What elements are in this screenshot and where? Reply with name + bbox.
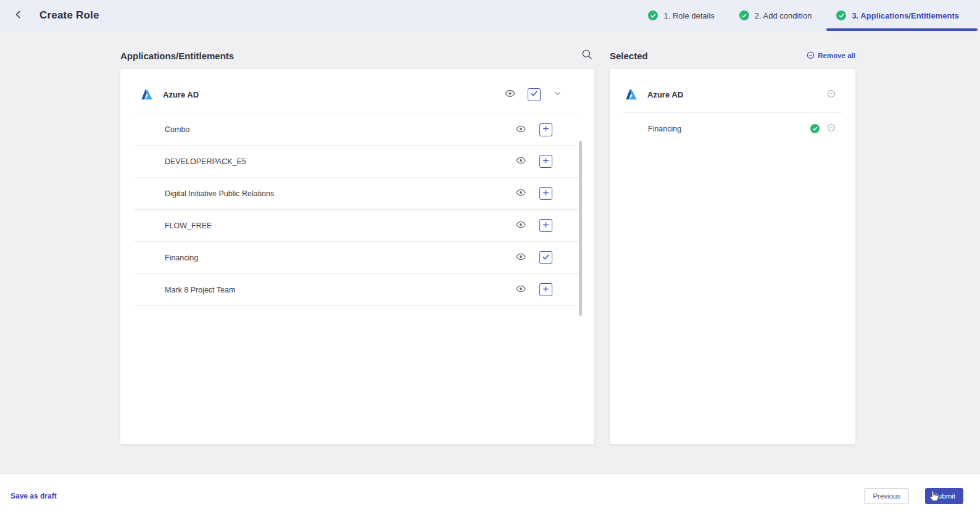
step-label: 1. Role details <box>663 11 714 20</box>
add-entitlement-button[interactable] <box>539 123 552 136</box>
applications-panel-title: Applications/Entitlements <box>120 51 234 61</box>
view-entitlement-button[interactable] <box>515 283 527 297</box>
plus-icon <box>542 221 550 231</box>
step-label: 2. Add condition <box>755 11 812 20</box>
entitlement-selected-checkbox[interactable] <box>539 251 552 264</box>
view-entitlement-button[interactable] <box>515 218 527 233</box>
app-group-name: Azure AD <box>163 90 199 99</box>
save-as-draft-link[interactable]: Save as draft <box>10 492 57 500</box>
remove-all-button[interactable]: Remove all <box>807 51 855 60</box>
view-entitlements-button[interactable] <box>504 87 517 102</box>
step-applications-entitlements[interactable]: 3. Applications/Entitlements <box>824 0 971 31</box>
selected-card: Azure AD Financing <box>610 69 855 444</box>
search-button[interactable] <box>580 48 594 64</box>
plus-icon <box>542 189 550 199</box>
add-entitlement-button[interactable] <box>539 283 552 296</box>
step-complete-icon <box>739 10 749 20</box>
applications-panel: Applications/Entitlements Azure AD <box>120 47 594 474</box>
eye-icon <box>516 124 526 136</box>
select-all-checkbox[interactable] <box>528 88 541 101</box>
entitlement-label: DEVELOPERPACK_E5 <box>165 157 246 166</box>
entitlement-row: Digital Initiative Public Relations <box>134 178 581 210</box>
search-icon <box>581 49 593 62</box>
entitlement-label: FLOW_FREE <box>165 222 212 230</box>
azure-ad-logo-icon <box>140 88 154 101</box>
active-step-indicator <box>826 28 978 31</box>
step-label: 3. Applications/Entitlements <box>852 11 959 20</box>
step-complete-icon <box>836 10 846 20</box>
entitlement-label: Mark 8 Project Team <box>165 286 235 294</box>
add-entitlement-button[interactable] <box>539 187 552 200</box>
minus-circle-icon <box>807 51 815 60</box>
eye-icon <box>516 220 526 231</box>
eye-icon <box>516 155 526 167</box>
collapse-group-button[interactable] <box>552 88 563 101</box>
chevron-down-icon <box>553 89 562 100</box>
remove-all-label: Remove all <box>818 52 855 59</box>
entitlement-row: Financing <box>134 242 581 274</box>
entitlement-row: Mark 8 Project Team <box>134 274 581 306</box>
selected-group-row: Azure AD <box>623 77 842 112</box>
step-complete-icon <box>648 10 658 20</box>
view-entitlement-button[interactable] <box>515 186 527 201</box>
main-content: Applications/Entitlements Azure AD <box>0 31 980 474</box>
selected-entitlement-label: Financing <box>648 125 681 133</box>
page-title: Create Role <box>39 9 99 22</box>
view-entitlement-button[interactable] <box>515 123 527 137</box>
selected-panel: Selected Remove all Azure AD <box>610 47 855 474</box>
entitlement-label: Financing <box>165 254 198 262</box>
selected-group-name: Azure AD <box>647 90 683 99</box>
eye-icon <box>516 252 526 263</box>
view-entitlement-button[interactable] <box>515 251 527 265</box>
azure-ad-logo-icon <box>625 88 638 101</box>
eye-icon <box>516 188 526 199</box>
remove-group-button[interactable] <box>826 88 837 101</box>
plus-icon <box>542 125 550 135</box>
top-bar: Create Role 1. Role details 2. Add condi… <box>0 0 980 31</box>
plus-icon <box>542 157 550 167</box>
remove-entitlement-button[interactable] <box>826 122 837 135</box>
entitlement-label: Digital Initiative Public Relations <box>165 189 274 198</box>
add-entitlement-button[interactable] <box>539 155 552 168</box>
app-group-row: Azure AD <box>134 77 581 112</box>
step-add-condition[interactable]: 2. Add condition <box>727 0 824 31</box>
view-entitlement-button[interactable] <box>515 154 527 168</box>
entitlement-row: FLOW_FREE <box>134 210 581 242</box>
create-role-page: Create Role 1. Role details 2. Add condi… <box>0 0 980 522</box>
entitlement-list: Combo DEVELOPERPACK_E5 <box>134 114 581 306</box>
submit-button[interactable]: Submit <box>925 488 963 504</box>
entitlement-row: DEVELOPERPACK_E5 <box>134 146 581 178</box>
entitlement-label: Combo <box>165 125 189 134</box>
previous-button[interactable]: Previous <box>864 488 909 504</box>
wizard-stepper: 1. Role details 2. Add condition 3. Appl… <box>636 0 971 31</box>
check-icon <box>542 253 550 263</box>
chevron-left-icon <box>13 9 23 22</box>
check-icon <box>530 89 538 99</box>
selected-panel-title: Selected <box>610 51 648 61</box>
eye-icon <box>516 284 526 296</box>
footer-bar: Save as draft Previous Submit <box>0 474 980 522</box>
added-status-icon <box>810 124 820 133</box>
minus-circle-icon <box>827 123 836 134</box>
selected-entitlement-row: Financing <box>623 112 842 144</box>
step-role-details[interactable]: 1. Role details <box>636 0 726 31</box>
list-scrollbar[interactable] <box>579 141 582 316</box>
minus-circle-icon <box>827 89 836 100</box>
eye-icon <box>505 88 515 101</box>
plus-icon <box>542 285 550 295</box>
submit-button-label: Submit <box>933 492 955 500</box>
entitlement-row: Combo <box>134 114 581 146</box>
back-button[interactable] <box>10 7 26 23</box>
applications-card: Azure AD <box>120 69 594 444</box>
add-entitlement-button[interactable] <box>539 219 552 232</box>
